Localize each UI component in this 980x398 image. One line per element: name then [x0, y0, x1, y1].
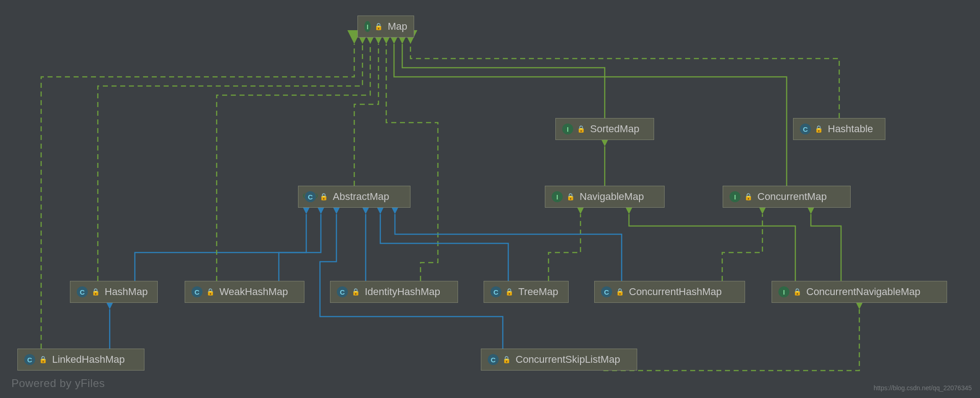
class-icon: C [490, 286, 501, 297]
interface-icon: I [552, 191, 563, 202]
node-label: WeakHashMap [219, 286, 288, 298]
interface-icon: I [364, 21, 371, 32]
credit-text: https://blog.csdn.net/qq_22076345 [873, 384, 972, 392]
lock-icon: 🔒 [744, 193, 753, 201]
node-hashtable[interactable]: C 🔒 Hashtable [793, 118, 885, 140]
lock-icon: 🔒 [39, 355, 48, 364]
node-map[interactable]: I 🔒 Map [357, 16, 414, 38]
node-weakhashmap[interactable]: C 🔒 WeakHashMap [185, 281, 304, 303]
node-concurrenthashmap[interactable]: C 🔒 ConcurrentHashMap [594, 281, 745, 303]
node-label: ConcurrentNavigableMap [806, 286, 920, 298]
node-abstractmap[interactable]: C 🔒 AbstractMap [298, 186, 410, 208]
class-icon: C [192, 286, 202, 297]
node-label: SortedMap [590, 123, 639, 135]
lock-icon: 🔒 [577, 125, 586, 133]
node-label: LinkedHashMap [52, 354, 125, 366]
node-label: ConcurrentMap [757, 191, 827, 203]
lock-icon: 🔒 [566, 193, 575, 201]
class-icon: C [800, 124, 811, 134]
node-sortedmap[interactable]: I 🔒 SortedMap [555, 118, 654, 140]
lock-icon: 🔒 [793, 288, 802, 296]
abstract-class-icon: C [305, 191, 316, 202]
lock-icon: 🔒 [815, 125, 823, 133]
lock-icon: 🔒 [502, 355, 511, 364]
node-label: TreeMap [518, 286, 558, 298]
interface-icon: I [730, 191, 740, 202]
node-label: Map [388, 21, 407, 32]
node-hashmap[interactable]: C 🔒 HashMap [70, 281, 158, 303]
lock-icon: 🔒 [91, 288, 100, 296]
class-icon: C [488, 354, 499, 365]
node-concurrentmap[interactable]: I 🔒 ConcurrentMap [723, 186, 851, 208]
node-label: NavigableMap [580, 191, 644, 203]
lock-icon: 🔒 [206, 288, 215, 296]
node-label: ConcurrentHashMap [629, 286, 722, 298]
diagram-canvas: I 🔒 Map I 🔒 SortedMap C 🔒 Hashtable C 🔒 … [0, 0, 980, 398]
class-icon: C [601, 286, 612, 297]
interface-icon: I [778, 286, 789, 297]
watermark-text: Powered by yFiles [11, 377, 105, 390]
node-navigablemap[interactable]: I 🔒 NavigableMap [545, 186, 665, 208]
lock-icon: 🔒 [505, 288, 514, 296]
node-label: IdentityHashMap [365, 286, 440, 298]
node-concurrentskiplistmap[interactable]: C 🔒 ConcurrentSkipListMap [481, 349, 637, 371]
node-label: ConcurrentSkipListMap [516, 354, 620, 366]
node-label: HashMap [105, 286, 148, 298]
class-icon: C [77, 286, 88, 297]
class-icon: C [337, 286, 348, 297]
lock-icon: 🔒 [320, 193, 328, 201]
interface-icon: I [562, 124, 573, 134]
node-label: AbstractMap [333, 191, 389, 203]
node-linkedhashmap[interactable]: C 🔒 LinkedHashMap [17, 349, 144, 371]
lock-icon: 🔒 [616, 288, 624, 296]
node-identityhashmap[interactable]: C 🔒 IdentityHashMap [330, 281, 458, 303]
node-concurrentnavigablemap[interactable]: I 🔒 ConcurrentNavigableMap [772, 281, 947, 303]
node-label: Hashtable [828, 123, 873, 135]
class-icon: C [24, 354, 35, 365]
lock-icon: 🔒 [374, 22, 383, 31]
node-treemap[interactable]: C 🔒 TreeMap [484, 281, 569, 303]
lock-icon: 🔒 [352, 288, 360, 296]
